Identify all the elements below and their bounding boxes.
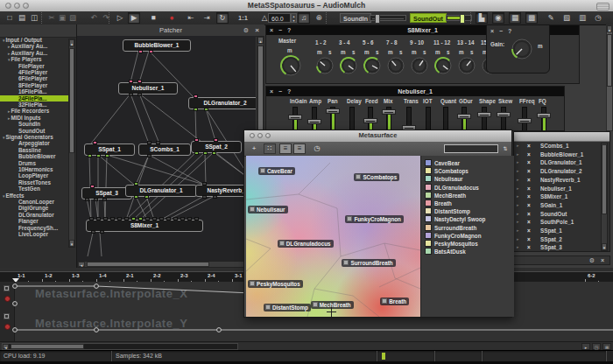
metasurface-view-button[interactable]: ▩ [525,12,538,24]
contraption-row-southpole_1[interactable]: ▸ × SouthPole_1 [514,218,598,227]
row-close-icon[interactable]: × [527,235,531,244]
param-slider-fq[interactable] [537,107,551,131]
tempo-spinner[interactable]: ▴▾ [291,13,297,23]
row-close-icon[interactable]: × [527,167,531,176]
tree-item-arpeggiator[interactable]: Arpeggiator [0,140,68,146]
param-slider-mix[interactable] [382,107,396,131]
tree-item-drums[interactable]: Drums [0,160,68,166]
stop-button[interactable]: ■ [147,12,159,24]
chevron-down-icon[interactable]: ▾ [8,57,11,62]
node-outlet-port[interactable] [88,154,92,158]
node-inlet-port[interactable] [89,217,94,220]
contraption-row-sspat_3[interactable]: ▸ × SSpat_3 [514,243,598,252]
loop-button[interactable]: ↻ [216,12,229,24]
node-outlet-port[interactable] [138,50,143,53]
network-button[interactable]: ⊕ [313,12,325,24]
paste-button[interactable]: ▨ [67,12,79,24]
go-end-button[interactable]: ⇥ [201,12,213,24]
chevron-down-icon[interactable]: ▾ [3,193,5,199]
node-outlet-port[interactable] [213,195,217,199]
channel-knob[interactable] [433,56,453,79]
channel-knob[interactable] [457,56,476,79]
tree-item-file-recorders[interactable]: ▸File Recorders [0,108,68,114]
panel-help-icon[interactable]: ? [508,26,511,36]
param-slider-pan[interactable] [326,107,340,131]
tree-item-midi-inputs[interactable]: ▸MIDI Inputs [0,115,68,121]
node-inlet-port[interactable] [214,138,218,142]
tree-item-soundin[interactable]: SoundIn [0,121,68,127]
param-slider-shape[interactable] [477,107,491,131]
tree-item-6fileplayer[interactable]: 6FilePlayer [0,75,68,81]
surface-snapshot-label[interactable]: SurroundBreath [342,259,395,267]
channel-solo-label[interactable]: s [399,49,403,55]
row-close-icon[interactable]: × [527,227,531,235]
metasurface-titlebar[interactable]: Metasurface [244,130,511,143]
contraption-row-nastyreverb_1[interactable]: ▸ × NastyReverb_1 [514,176,598,185]
node-outlet-port[interactable] [134,195,138,199]
node-outlet-port[interactable] [105,154,109,158]
chevron-right-icon[interactable]: ▸ [8,108,11,114]
patcher-close-icon[interactable]: × [255,24,259,36]
tree-item-auxiliary-au-[interactable]: ▸Auxiliary Au... [0,50,68,56]
patcher-node-dlgranulator_2[interactable]: DLGranulator_2 [188,97,256,109]
snapshot-list-item[interactable]: MechBreath [425,192,466,200]
tree-item-32filepla-[interactable]: 32FilePla... [0,102,68,108]
row-close-icon[interactable]: × [527,201,531,210]
redo-button[interactable]: ↷ [100,12,112,24]
contraption-row-dlgranulator_1[interactable]: ▸ × DLGranulator_1 [514,158,598,167]
node-inlet-port[interactable] [90,185,95,188]
param-slider-iot[interactable] [421,107,435,131]
metronome-icon[interactable]: △ [258,12,271,24]
row-arrow-icon[interactable]: ▸ [517,218,519,227]
node-inlet-port[interactable] [124,217,129,220]
surface-snapshot-label[interactable]: Breath [380,298,409,305]
contraption-row-s8mixer_1[interactable]: ▸ × S8Mixer_1 [514,192,598,201]
node-inlet-port[interactable] [173,217,178,220]
soundin-fader[interactable] [370,15,406,21]
snapshot-list-item[interactable]: FunkyCroMagnon [425,232,482,240]
node-inlet-port[interactable] [103,217,108,220]
channel-knob[interactable] [410,56,429,79]
snapshot-list-item[interactable]: DLGranuladocus [425,184,479,192]
patcher-node-nebuliser_1[interactable]: Nebuliser_1 [118,82,178,94]
node-inlet-port[interactable] [180,217,185,220]
channel-solo-label[interactable]: s [423,49,426,55]
snapshot-list-item[interactable]: Nebulisaur [425,175,463,183]
tempo-input[interactable]: 60.0 [268,13,291,23]
row-close-icon[interactable]: × [527,142,531,150]
record-button[interactable]: ● [166,12,178,24]
channel-mute-label[interactable]: m [317,49,322,55]
snapshot-list-item[interactable]: CaveBear [425,159,460,167]
edit-pencil-button[interactable]: ✎ [545,12,557,24]
channel-knob[interactable] [386,56,405,79]
row-close-icon[interactable]: × [527,192,531,201]
contraption-row-nebuliser_1[interactable]: ▸ × Nebuliser_1 [514,185,598,193]
tree-item-dlgranulator[interactable]: DLGranulator [0,212,68,218]
contraption-list-scrollbar[interactable]: ▾ [601,143,608,251]
channel-knob[interactable] [363,56,382,79]
contraption-row-sspat_1[interactable]: ▸ × SSpat_1 [514,227,598,235]
tree-item-canonlooper[interactable]: CanonLooper [0,199,68,205]
channel-knob[interactable] [339,56,358,79]
metasurface-surface[interactable]: CaveBearSCombatopsNebulisaurFunkyCroMagn… [246,156,420,317]
tree-item-4fileplayer[interactable]: 4FilePlayer [0,69,68,75]
scroll-left-icon[interactable]: ◂ [3,344,9,349]
add-snapshot-button[interactable]: + [248,144,260,154]
contraption-row-sgain_1[interactable]: ▸ × SGain_1 [514,201,598,210]
channel-mute-label[interactable]: m [341,49,346,55]
node-inlet-port[interactable] [129,80,133,83]
workspace-vscrollbar[interactable]: ▴ [606,24,613,131]
node-outlet-port[interactable] [149,50,153,53]
play-button[interactable]: ▶ [128,12,140,24]
node-inlet-port[interactable] [147,141,151,144]
param-slider-quant[interactable] [439,107,453,131]
param-slider-delay[interactable] [345,107,359,131]
contraption-view-button[interactable]: ◉ [492,12,504,24]
soundout-fader-thumb[interactable] [460,14,465,24]
automation-close-icon[interactable]: × [601,257,604,263]
contraption-row-bubbleblower_1[interactable]: ▸ × BubbleBlower_1 [514,150,598,159]
master-knob[interactable] [279,54,302,80]
contraption-row-scombs_1[interactable]: ▸ × SCombs_1 [514,142,598,150]
tree-item-file-players[interactable]: ▾File Players [0,56,68,62]
channel-solo-label[interactable]: s [447,49,450,55]
